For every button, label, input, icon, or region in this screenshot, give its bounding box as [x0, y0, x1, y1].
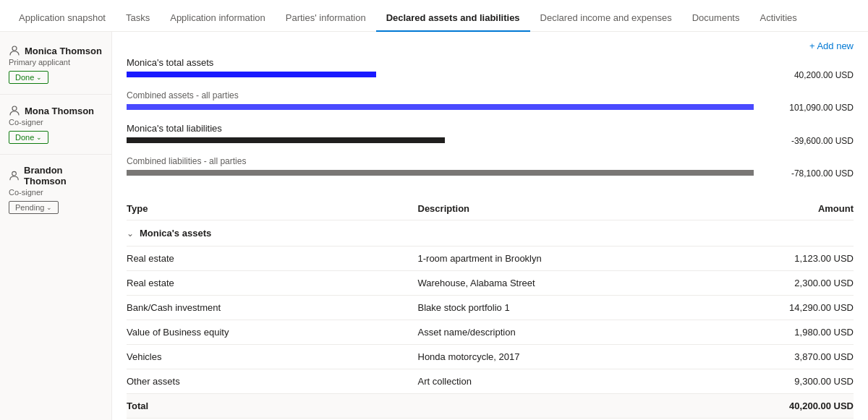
assets-total-row: Total 40,200.00 USD	[127, 394, 854, 419]
nav-item-parties-information[interactable]: Parties' information	[276, 5, 376, 32]
person-name-0: Monica Thomson	[25, 46, 102, 56]
person-icon	[9, 105, 20, 116]
person-icon	[9, 45, 20, 56]
monicas-total-liabilities-value: -39,600.00 USD	[760, 136, 854, 146]
person-name-1: Mona Thomson	[25, 106, 94, 116]
monicas-assets-section-header[interactable]: ⌄ Monica's assets	[127, 220, 854, 247]
table-section: Type Description Amount ⌄ Monica's asset…	[112, 197, 868, 420]
person-role-2: Co-signer	[9, 188, 103, 197]
badge-chevron-icon-1: ⌄	[36, 134, 42, 141]
asset-amount-0: 1,123.00 USD	[709, 253, 854, 264]
asset-description-4: Honda motorcycle, 2017	[418, 351, 710, 362]
person-name-2: Brandon Thomson	[24, 165, 103, 187]
sidebar-person-1[interactable]: Mona Thomson Co-signer Done ⌄	[0, 98, 111, 151]
content-header: + Add new	[112, 32, 868, 57]
monicas-assets-section-title: Monica's assets	[140, 228, 211, 239]
combined-assets-label: Combined assets - all parties	[127, 90, 854, 100]
badge-chevron-icon-0: ⌄	[36, 74, 42, 81]
monicas-assets-chart-row: Monica's total assets 40,200.00 USD	[127, 57, 854, 80]
main-layout: Monica Thomson Primary applicant Done ⌄ …	[0, 32, 868, 420]
asset-amount-3: 1,980.00 USD	[709, 327, 854, 338]
asset-type-1: Real estate	[127, 278, 418, 288]
sidebar-person-0[interactable]: Monica Thomson Primary applicant Done ⌄	[0, 38, 111, 91]
asset-row-0: Real estate 1-room apartment in Brooklyn…	[127, 247, 854, 271]
assets-total-amount: 40,200.00 USD	[709, 400, 854, 411]
asset-amount-1: 2,300.00 USD	[709, 278, 854, 288]
chevron-down-icon: ⌄	[127, 228, 134, 239]
asset-description-0: 1-room apartment in Brooklyn	[418, 253, 710, 264]
svg-point-0	[12, 46, 17, 51]
nav-item-tasks[interactable]: Tasks	[116, 5, 160, 32]
asset-amount-2: 14,290.00 USD	[709, 302, 854, 313]
badge-chevron-icon-2: ⌄	[46, 204, 52, 211]
monicas-total-assets-value: 40,200.00 USD	[760, 70, 854, 80]
combined-assets-chart-row: Combined assets - all parties 101,090.00…	[127, 90, 854, 113]
asset-row-3: Value of Business equity Asset name/desc…	[127, 320, 854, 345]
person-role-0: Primary applicant	[9, 58, 103, 67]
svg-point-2	[12, 171, 17, 176]
monicas-assets-bar	[127, 72, 376, 77]
nav-item-declared-assets-and-liabilities[interactable]: Declared assets and liabilities	[376, 5, 530, 32]
nav-item-declared-income-and-expenses[interactable]: Declared income and expenses	[530, 5, 682, 32]
verification-badge-1[interactable]: Done ⌄	[9, 131, 48, 144]
add-new-button[interactable]: + Add new	[809, 40, 854, 51]
asset-description-2: Blake stock portfolio 1	[418, 302, 710, 313]
asset-type-0: Real estate	[127, 253, 418, 264]
content-area: + Add new Monica's total assets 40,200.0…	[112, 32, 868, 420]
monicas-liabilities-chart-row: Monica's total liabilities -39,600.00 US…	[127, 123, 854, 146]
sidebar: Monica Thomson Primary applicant Done ⌄ …	[0, 32, 112, 420]
table-header: Type Description Amount	[127, 197, 854, 220]
asset-row-5: Other assets Art collection 9,300.00 USD	[127, 369, 854, 394]
col-type-header: Type	[127, 203, 418, 214]
sidebar-person-2[interactable]: Brandon Thomson Co-signer Pending ⌄	[0, 158, 111, 221]
asset-type-4: Vehicles	[127, 351, 418, 362]
asset-amount-4: 3,870.00 USD	[709, 351, 854, 362]
col-amount-header: Amount	[709, 203, 854, 214]
asset-description-5: Art collection	[418, 376, 710, 387]
col-description-header: Description	[418, 203, 710, 214]
asset-row-4: Vehicles Honda motorcycle, 2017 3,870.00…	[127, 345, 854, 369]
asset-amount-5: 9,300.00 USD	[709, 376, 854, 387]
combined-liabilities-label: Combined liabilities - all parties	[127, 156, 854, 166]
combined-liabilities-chart-row: Combined liabilities - all parties -78,1…	[127, 156, 854, 179]
combined-assets-value: 101,090.00 USD	[760, 103, 854, 113]
monicas-liabilities-bar	[127, 137, 445, 143]
combined-liabilities-bar	[127, 170, 754, 176]
person-icon	[9, 170, 20, 181]
charts-section: Monica's total assets 40,200.00 USD Comb…	[112, 57, 868, 197]
verification-badge-0[interactable]: Done ⌄	[9, 71, 48, 84]
top-nav: Application snapshotTasksApplication inf…	[0, 0, 868, 32]
monicas-total-liabilities-label: Monica's total liabilities	[127, 123, 854, 134]
nav-item-documents[interactable]: Documents	[682, 5, 750, 32]
asset-type-2: Bank/Cash investment	[127, 302, 418, 313]
person-role-1: Co-signer	[9, 118, 103, 127]
monicas-total-assets-label: Monica's total assets	[127, 57, 854, 68]
combined-assets-bar	[127, 104, 754, 110]
asset-type-5: Other assets	[127, 376, 418, 387]
asset-type-3: Value of Business equity	[127, 327, 418, 338]
nav-item-application-information[interactable]: Application information	[160, 5, 276, 32]
assets-total-label: Total	[127, 400, 418, 411]
asset-description-3: Asset name/description	[418, 327, 710, 338]
combined-liabilities-value: -78,100.00 USD	[760, 168, 854, 179]
asset-row-1: Real estate Warehouse, Alabama Street 2,…	[127, 271, 854, 296]
asset-row-2: Bank/Cash investment Blake stock portfol…	[127, 296, 854, 320]
asset-description-1: Warehouse, Alabama Street	[418, 278, 710, 288]
nav-item-activities[interactable]: Activities	[749, 5, 807, 32]
assets-rows: Real estate 1-room apartment in Brooklyn…	[127, 247, 854, 394]
verification-badge-2[interactable]: Pending ⌄	[9, 201, 59, 214]
svg-point-1	[12, 106, 17, 111]
nav-item-application-snapshot[interactable]: Application snapshot	[9, 5, 116, 32]
